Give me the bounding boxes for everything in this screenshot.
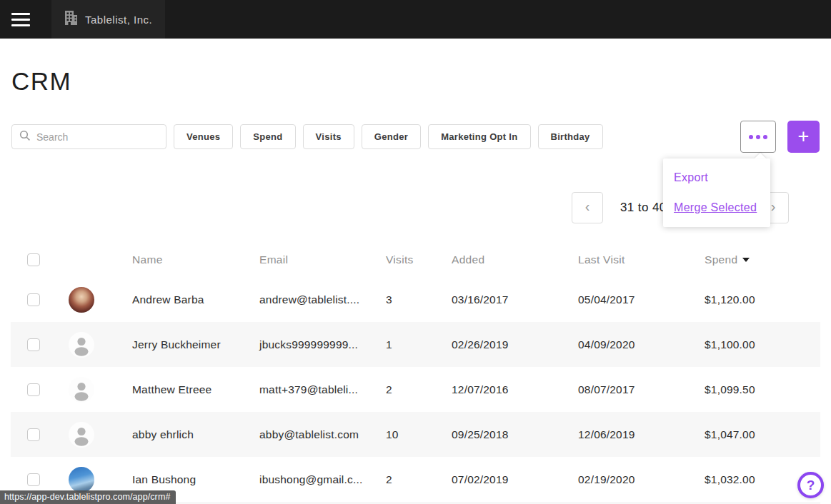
row-checkbox[interactable] bbox=[27, 473, 40, 486]
hamburger-menu-icon[interactable] bbox=[11, 13, 30, 26]
table-row[interactable]: Jerry Buckheimer jbucks999999999... 1 02… bbox=[11, 322, 820, 367]
more-actions-button[interactable] bbox=[740, 121, 776, 153]
sort-desc-icon bbox=[742, 258, 750, 262]
cell-added: 07/02/2019 bbox=[452, 473, 578, 486]
help-button[interactable]: ? bbox=[797, 472, 824, 498]
avatar bbox=[69, 422, 94, 448]
cell-spend: $1,100.00 bbox=[705, 338, 820, 351]
select-all-checkbox[interactable] bbox=[27, 253, 40, 266]
cell-spend: $1,099.50 bbox=[705, 383, 820, 396]
table-header-row: Name Email Visits Added Last Visit Spend bbox=[11, 242, 820, 277]
link-status-bar: https://app-dev.tablelistpro.com/app/crm… bbox=[0, 490, 176, 504]
cell-added: 09/25/2018 bbox=[452, 428, 578, 441]
search-icon bbox=[19, 130, 31, 144]
filter-venues-button[interactable]: Venues bbox=[174, 124, 233, 149]
cell-added: 02/26/2019 bbox=[452, 338, 578, 351]
avatar bbox=[69, 332, 94, 358]
filter-visits-button[interactable]: Visits bbox=[303, 124, 354, 149]
cell-email: abby@tablelist.com bbox=[259, 428, 386, 441]
cell-name: Andrew Barba bbox=[132, 293, 259, 306]
cell-name: abby ehrlich bbox=[132, 428, 259, 441]
building-icon bbox=[64, 11, 78, 28]
menu-item-export[interactable]: Export bbox=[663, 163, 770, 193]
search-box[interactable] bbox=[11, 124, 166, 149]
filter-marketing-opt-in-button[interactable]: Marketing Opt In bbox=[428, 124, 530, 149]
row-checkbox[interactable] bbox=[27, 293, 40, 306]
cell-last-visit: 02/19/2020 bbox=[578, 473, 705, 486]
cell-visits: 10 bbox=[386, 428, 452, 441]
pagination-range: 31 to 40 bbox=[620, 201, 667, 215]
cell-added: 03/16/2017 bbox=[452, 293, 578, 306]
table-row[interactable]: abby ehrlich abby@tablelist.com 10 09/25… bbox=[11, 412, 820, 457]
row-checkbox[interactable] bbox=[27, 383, 40, 396]
menu-item-merge-selected[interactable]: Merge Selected bbox=[663, 193, 770, 223]
cell-email: ibushong@gmail.c... bbox=[259, 473, 386, 486]
app-title: Tablelist, Inc. bbox=[85, 14, 152, 26]
cell-name: Ian Bushong bbox=[132, 473, 259, 486]
cell-name: Jerry Buckheimer bbox=[132, 338, 259, 351]
cell-visits: 1 bbox=[386, 338, 452, 351]
cell-visits: 2 bbox=[386, 473, 452, 486]
cell-added: 12/07/2016 bbox=[452, 383, 578, 396]
cell-last-visit: 05/04/2017 bbox=[578, 293, 705, 306]
more-actions-menu: Export Merge Selected bbox=[663, 158, 770, 227]
column-header-added[interactable]: Added bbox=[452, 253, 578, 266]
cell-name: Matthew Etreee bbox=[132, 383, 259, 396]
column-header-name[interactable]: Name bbox=[132, 253, 259, 266]
filter-birthday-button[interactable]: Birthday bbox=[538, 124, 603, 149]
column-header-email[interactable]: Email bbox=[259, 253, 386, 266]
row-checkbox[interactable] bbox=[27, 428, 40, 441]
column-header-last-visit[interactable]: Last Visit bbox=[578, 253, 705, 266]
brand-header[interactable]: Tablelist, Inc. bbox=[51, 0, 165, 39]
top-bar: Tablelist, Inc. bbox=[0, 0, 831, 39]
cell-last-visit: 08/07/2017 bbox=[578, 383, 705, 396]
row-checkbox[interactable] bbox=[27, 338, 40, 351]
page-title: CRM bbox=[11, 67, 831, 96]
cell-spend: $1,047.00 bbox=[705, 428, 820, 441]
cell-spend: $1,120.00 bbox=[705, 293, 820, 306]
cell-visits: 3 bbox=[386, 293, 452, 306]
filter-spend-button[interactable]: Spend bbox=[240, 124, 295, 149]
cell-last-visit: 04/09/2020 bbox=[578, 338, 705, 351]
add-customer-button[interactable]: + bbox=[787, 121, 820, 153]
cell-email: andrew@tablelist.... bbox=[259, 293, 386, 306]
table-row[interactable]: Andrew Barba andrew@tablelist.... 3 03/1… bbox=[11, 277, 820, 322]
table-row[interactable]: Matthew Etreee matt+379@tableli... 2 12/… bbox=[11, 367, 820, 412]
avatar bbox=[69, 467, 94, 493]
filter-gender-button[interactable]: Gender bbox=[362, 124, 421, 149]
cell-email: matt+379@tableli... bbox=[259, 383, 386, 396]
column-header-spend[interactable]: Spend bbox=[705, 253, 820, 266]
cell-visits: 2 bbox=[386, 383, 452, 396]
avatar bbox=[69, 287, 94, 313]
toolbar: Venues Spend Visits Gender Marketing Opt… bbox=[0, 124, 831, 149]
column-header-visits[interactable]: Visits bbox=[386, 253, 452, 266]
avatar bbox=[69, 377, 94, 403]
cell-last-visit: 12/06/2019 bbox=[578, 428, 705, 441]
prev-page-button[interactable]: ‹ bbox=[572, 192, 603, 223]
crm-table: Name Email Visits Added Last Visit Spend… bbox=[11, 242, 820, 502]
table-body: Andrew Barba andrew@tablelist.... 3 03/1… bbox=[11, 277, 820, 502]
cell-email: jbucks999999999... bbox=[259, 338, 386, 351]
search-input[interactable] bbox=[36, 131, 166, 143]
ellipsis-icon bbox=[749, 135, 753, 139]
